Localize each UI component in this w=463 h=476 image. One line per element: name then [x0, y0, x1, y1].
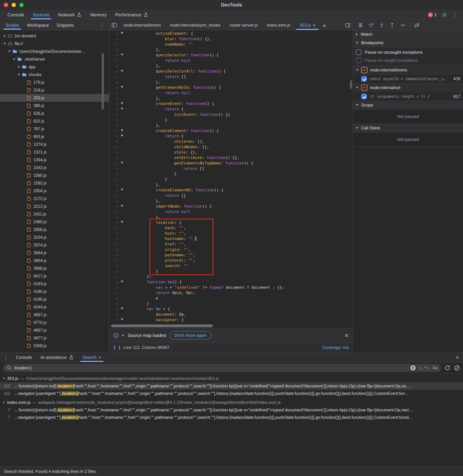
call-stack-section-header[interactable]: Call Stack	[353, 124, 463, 132]
line-gutter[interactable]: –	[109, 58, 127, 63]
line-gutter[interactable]: –	[109, 209, 127, 214]
line-gutter[interactable]: –	[109, 285, 127, 290]
line-gutter[interactable]: –	[109, 193, 127, 198]
line-gutter[interactable]: –	[109, 122, 127, 128]
file-tree-item-3854.js[interactable]: 3854.js	[0, 257, 109, 264]
fold-arrow-icon[interactable]	[121, 86, 123, 88]
fold-arrow-icon[interactable]	[121, 129, 123, 131]
line-gutter[interactable]: –	[109, 204, 127, 209]
file-tree-item-4770.js[interactable]: 4770.js	[0, 319, 109, 326]
fold-arrow-icon[interactable]	[121, 54, 123, 56]
file-tree-item-4017.js[interactable]: 4017.js	[0, 272, 109, 280]
fold-arrow-icon[interactable]	[121, 308, 123, 310]
drawer-close-icon[interactable]: ×	[456, 354, 463, 361]
line-gutter[interactable]: –	[109, 47, 127, 52]
checkbox-checked[interactable]	[361, 94, 367, 99]
line-gutter[interactable]: –	[109, 144, 127, 149]
line-gutter[interactable]: –	[109, 166, 127, 171]
line-gutter[interactable]: –	[109, 139, 127, 144]
file-tree-item-353.js[interactable]: 353.js	[0, 94, 109, 102]
line-gutter[interactable]: –	[109, 247, 127, 252]
file-tree-item-3968.js[interactable]: 3968.js	[0, 264, 109, 272]
show-debugger-panel-icon[interactable]	[343, 22, 353, 28]
fold-arrow-icon[interactable]	[121, 70, 123, 72]
file-tree-item-4657.js[interactable]: 4657.js	[0, 311, 109, 319]
file-tree-item-903.js[interactable]: 903.js	[0, 133, 109, 140]
tab-performance[interactable]: Performance	[111, 10, 153, 20]
file-tree-item-390.js[interactable]: 390.js	[0, 102, 109, 110]
file-tree-item-219.js[interactable]: 219.js	[0, 86, 109, 94]
pretty-print-icon[interactable]: { }	[113, 345, 121, 350]
result-group-header[interactable]: index.esm.js—webpack://wisagent-web/node…	[0, 398, 463, 406]
file-tree-item-2411.js[interactable]: 2411.js	[0, 210, 109, 218]
drawer-more-icon[interactable]: ⋮	[0, 355, 12, 360]
line-gutter[interactable]: –	[109, 236, 127, 241]
file-tree-item-4244.js[interactable]: 4244.js	[0, 303, 109, 311]
line-gutter[interactable]: –	[109, 128, 127, 133]
chevron-down-icon[interactable]	[7, 50, 12, 53]
close-tab-icon[interactable]: ×	[313, 23, 316, 28]
close-window-button[interactable]	[4, 3, 8, 7]
file-tree-item-3844.js[interactable]: 3844.js	[0, 249, 109, 257]
line-gutter[interactable]: –	[109, 258, 127, 263]
watch-section-header[interactable]: Watch	[353, 30, 463, 39]
tree-node-chunks[interactable]: chunks	[0, 71, 109, 78]
line-gutter[interactable]: –	[109, 198, 127, 204]
line-gutter[interactable]: –	[109, 69, 127, 74]
file-tree-item-2212.js[interactable]: 2212.js	[0, 202, 109, 210]
breakpoint-entry[interactable]: if (arguments.length < 3) {817	[353, 92, 463, 101]
pause-icon[interactable]	[356, 21, 365, 29]
navigator-tab-workspace[interactable]: Workspace	[23, 20, 53, 30]
file-tree-item-4190.js[interactable]: 4190.js	[0, 295, 109, 303]
editor-tab-353.js[interactable]: 353.js×	[295, 20, 320, 30]
line-gutter[interactable]: –	[109, 155, 127, 160]
line-gutter[interactable]: –	[109, 317, 127, 322]
line-gutter[interactable]: –	[109, 74, 127, 79]
line-gutter[interactable]: –	[109, 90, 127, 95]
fold-arrow-icon[interactable]	[121, 221, 123, 223]
tab-network[interactable]: Network	[54, 10, 86, 20]
file-tree-item-622.js[interactable]: 622.js	[0, 117, 109, 125]
line-gutter[interactable]: –	[109, 177, 127, 182]
navigator-tab-snippets[interactable]: Snippets	[53, 20, 78, 30]
tab-sources[interactable]: Sources	[28, 10, 53, 20]
chevron-down-icon[interactable]	[2, 43, 7, 45]
fold-arrow-icon[interactable]	[121, 205, 123, 207]
pause-option[interactable]: Pause on uncaught exceptions	[353, 48, 463, 56]
coverage-link[interactable]: Coverage: n/a	[322, 345, 349, 350]
match-case-toggle[interactable]: Aa	[433, 366, 438, 370]
file-tree-item-1565.js[interactable]: 1565.js	[0, 172, 109, 179]
file-tree-item-1592.js[interactable]: 1592.js	[0, 179, 109, 187]
code-editor[interactable]: –activeElement: {–blur: function() {},–n…	[109, 31, 353, 323]
line-gutter[interactable]: –	[109, 133, 127, 139]
line-gutter[interactable]: –	[109, 171, 127, 177]
sidebar-scrollbar[interactable]	[102, 53, 104, 110]
clear-results-icon[interactable]	[454, 365, 460, 371]
fold-arrow-icon[interactable]	[121, 108, 123, 110]
breakpoints-section-header[interactable]: Breakpoints	[353, 39, 463, 47]
fold-arrow-icon[interactable]	[121, 32, 123, 34]
search-match-row[interactable]: 112…:function(){return null},location:{h…	[0, 382, 463, 390]
file-tree-item-3374.js[interactable]: 3374.js	[0, 241, 109, 249]
checkbox-checked[interactable]	[361, 76, 367, 82]
file-tree-item-1321.js[interactable]: 1321.js	[0, 148, 109, 156]
drawer-tab-search[interactable]: Search×	[78, 353, 105, 362]
fold-arrow-icon[interactable]	[121, 162, 123, 164]
file-tree-item-2172.js[interactable]: 2172.js	[0, 195, 109, 202]
line-gutter[interactable]: –	[109, 225, 127, 231]
breakpoint-group-node-internal-timers[interactable]: node:internal/timers	[353, 66, 463, 75]
deactivate-breakpoints-icon[interactable]	[413, 21, 422, 29]
scope-section-header[interactable]: Scope	[353, 101, 463, 110]
drawer-tab-ai-assistance[interactable]: AI assistance	[36, 353, 78, 362]
dont-show-again-button[interactable]: Don't show again	[169, 331, 212, 340]
file-tree-item-175.js[interactable]: 175.js	[0, 78, 109, 86]
line-gutter[interactable]: –	[109, 306, 127, 312]
pause-option[interactable]: Pause on caught exceptions	[353, 56, 463, 64]
gear-icon[interactable]	[442, 12, 447, 18]
line-gutter[interactable]: –	[109, 112, 127, 117]
file-tree-item-4180.js[interactable]: 4180.js	[0, 288, 109, 295]
line-gutter[interactable]: –	[109, 63, 127, 69]
step-out-icon[interactable]	[388, 21, 397, 29]
search-match-row[interactable]: 7…navigator:{userAgent:""},location:{has…	[0, 414, 463, 421]
fold-arrow-icon[interactable]	[121, 281, 123, 283]
